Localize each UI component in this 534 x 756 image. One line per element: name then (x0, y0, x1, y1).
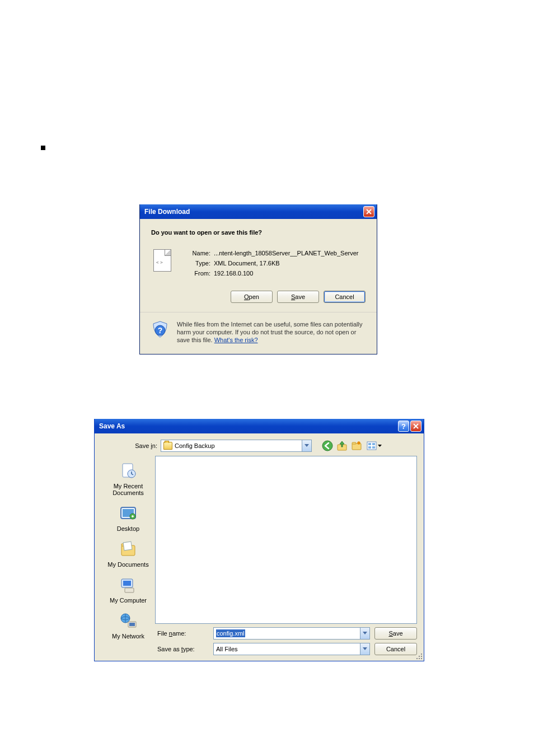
help-button[interactable]: ? (398, 421, 409, 432)
cancel-button[interactable]: Cancel (324, 291, 366, 303)
meta-type-value: XML Document, 17.6KB (214, 259, 366, 267)
back-button[interactable] (321, 439, 334, 452)
shield-help-icon: ? (151, 320, 169, 338)
chevron-down-icon (363, 647, 367, 651)
place-recent[interactable]: My Recent Documents (103, 458, 153, 501)
dropdown-button[interactable] (360, 643, 369, 655)
save-as-type-dropdown[interactable]: All Files (213, 643, 370, 655)
file-download-body: Do you want to open or save this file? N… (140, 219, 377, 312)
save-in-value: Config Backup (175, 442, 302, 449)
dropdown-button[interactable] (302, 440, 311, 451)
my-computer-icon (118, 576, 138, 595)
svg-rect-9 (368, 446, 371, 449)
svg-rect-24 (129, 623, 135, 626)
svg-rect-27 (419, 656, 420, 657)
dropdown-button[interactable] (360, 628, 369, 639)
close-button[interactable] (363, 206, 374, 217)
meta-name-label: Name: (187, 249, 210, 257)
warning-body: While files from the Internet can be use… (177, 321, 362, 343)
save-as-dialog: Save As ? Save in: Config Backup (94, 419, 424, 661)
save-as-title: Save As (99, 422, 398, 430)
save-button-label: Save (291, 293, 305, 300)
back-icon (322, 440, 333, 451)
svg-rect-25 (421, 654, 422, 655)
svg-rect-5 (352, 442, 356, 444)
svg-rect-26 (421, 656, 422, 657)
resize-grip[interactable] (416, 653, 423, 660)
place-desktop[interactable]: Desktop (103, 501, 153, 536)
close-icon (366, 209, 372, 214)
create-new-folder-icon (351, 440, 362, 451)
places-bar: My Recent Documents Desktop My Documents (101, 456, 155, 655)
my-documents-icon (118, 540, 138, 559)
cancel-button[interactable]: Cancel (374, 643, 417, 655)
save-in-dropdown[interactable]: Config Backup (161, 440, 312, 452)
meta-from-label: From: (187, 269, 210, 277)
place-label: Desktop (104, 525, 152, 532)
file-name-value: config.xml (216, 629, 245, 637)
svg-point-2 (322, 441, 332, 451)
place-label: My Recent Documents (104, 483, 152, 496)
open-button[interactable]: Open (231, 291, 273, 303)
save-in-label: Save in: (124, 442, 157, 449)
meta-type-label: Type: (187, 259, 210, 267)
folder-icon (163, 442, 172, 450)
create-new-folder-button[interactable] (350, 439, 363, 452)
place-computer[interactable]: My Computer (103, 572, 153, 608)
file-download-dialog: File Download Do you want to open or sav… (139, 204, 377, 354)
up-one-level-button[interactable] (335, 439, 349, 452)
close-icon (413, 423, 419, 429)
desktop-icon (118, 504, 138, 523)
svg-rect-28 (421, 658, 422, 659)
file-download-titlebar[interactable]: File Download (140, 204, 377, 219)
xml-file-icon (153, 249, 171, 272)
place-network[interactable]: My Network (103, 608, 153, 644)
svg-rect-4 (352, 444, 361, 450)
svg-rect-21 (125, 588, 134, 592)
svg-rect-10 (372, 446, 375, 449)
place-label: My Computer (104, 597, 152, 604)
save-as-type-label: Save as type: (155, 646, 209, 652)
place-label: My Documents (104, 561, 152, 568)
save-button-label: Save (388, 630, 402, 637)
svg-rect-29 (419, 658, 420, 659)
file-download-question: Do you want to open or save this file? (151, 229, 366, 236)
whats-the-risk-link[interactable]: What's the risk? (214, 337, 258, 343)
place-label: My Network (104, 633, 152, 640)
save-button[interactable]: Save (277, 291, 319, 303)
close-button[interactable] (410, 421, 421, 432)
bullet-marker (41, 146, 45, 150)
meta-from-value: 192.168.0.100 (214, 269, 366, 277)
help-icon: ? (401, 422, 406, 431)
open-button-label: Open (244, 293, 259, 300)
save-as-titlebar[interactable]: Save As ? (95, 419, 424, 433)
meta-name-value: ...ntent-length_18058Server__PLANET_Web_… (214, 249, 366, 257)
svg-rect-8 (372, 443, 375, 445)
save-button[interactable]: Save (374, 627, 417, 640)
recent-documents-icon (118, 461, 138, 480)
svg-rect-30 (416, 658, 418, 659)
svg-rect-18 (123, 542, 132, 550)
svg-text:?: ? (158, 326, 163, 335)
warning-text: While files from the Internet can be use… (177, 320, 366, 344)
file-name-label: File name: (155, 630, 209, 637)
views-icon (366, 440, 377, 451)
views-button[interactable] (364, 439, 383, 452)
file-download-title: File Download (144, 208, 363, 216)
file-name-input[interactable]: config.xml (213, 627, 370, 640)
file-list[interactable] (155, 456, 417, 624)
chevron-down-icon (305, 444, 309, 447)
place-mydocs[interactable]: My Documents (103, 536, 153, 572)
save-as-type-value: All Files (216, 646, 238, 652)
chevron-down-icon (378, 445, 382, 447)
up-one-level-icon (336, 440, 348, 451)
my-network-icon (118, 612, 138, 631)
chevron-down-icon (363, 632, 367, 635)
svg-rect-7 (368, 443, 371, 445)
svg-rect-20 (123, 581, 131, 586)
